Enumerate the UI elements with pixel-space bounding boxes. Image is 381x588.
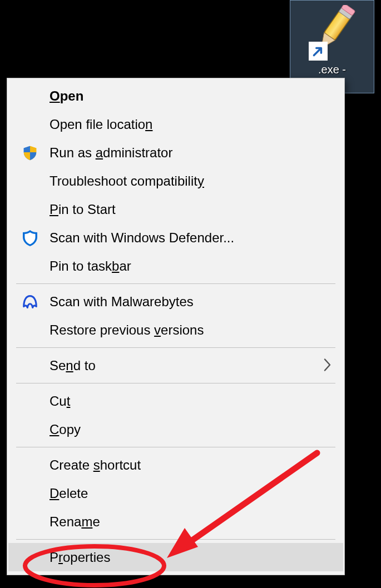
menu-item-label: Open: [50, 88, 343, 104]
menu-item-label: Scan with Malwarebytes: [50, 294, 343, 310]
blank-icon: [21, 115, 39, 134]
chevron-right-icon: [323, 355, 332, 376]
blank-icon: [21, 392, 39, 411]
blank-icon: [21, 420, 39, 439]
menu-item-properties[interactable]: Properties: [8, 543, 343, 571]
defender-icon: [21, 228, 39, 247]
menu-separator: [16, 539, 335, 540]
menu-item-label: Run as administrator: [50, 145, 343, 161]
blank-icon: [21, 548, 39, 567]
menu-item-malwarebytes[interactable]: Scan with Malwarebytes: [8, 287, 343, 316]
menu-item-label: Scan with Windows Defender...: [50, 230, 343, 246]
menu-separator: [16, 283, 335, 284]
menu-item-open-location[interactable]: Open file location: [8, 110, 343, 138]
menu-item-defender[interactable]: Scan with Windows Defender...: [8, 223, 343, 252]
menu-item-label: Troubleshoot compatibility: [50, 173, 343, 189]
menu-item-rename[interactable]: Rename: [8, 507, 343, 536]
menu-item-cut[interactable]: Cut: [8, 387, 343, 415]
menu-item-label: Pin to Start: [50, 202, 343, 217]
pencil-2d-icon: [304, 5, 360, 61]
malwarebytes-icon: [21, 292, 39, 311]
menu-item-label: Copy: [50, 422, 343, 437]
blank-icon: [21, 87, 39, 106]
menu-item-label: Send to: [50, 358, 343, 373]
menu-item-delete[interactable]: Delete: [8, 479, 343, 507]
menu-separator: [16, 447, 335, 447]
menu-item-restore-versions[interactable]: Restore previous versions: [8, 316, 343, 344]
menu-item-create-shortcut[interactable]: Create shortcut: [8, 451, 343, 479]
blank-icon: [21, 172, 39, 191]
menu-item-label: Open file location: [50, 117, 343, 132]
menu-separator: [16, 383, 335, 383]
menu-separator: [16, 347, 335, 348]
shortcut-arrow-icon: [309, 42, 328, 61]
blank-icon: [21, 321, 39, 340]
menu-item-send-to[interactable]: Send to: [8, 351, 343, 380]
blank-icon: [21, 356, 39, 375]
menu-item-pin-taskbar[interactable]: Pin to taskbar: [8, 252, 343, 280]
menu-item-label: Delete: [50, 486, 343, 501]
context-menu: OpenOpen file locationRun as administrat…: [7, 78, 345, 575]
menu-item-copy[interactable]: Copy: [8, 415, 343, 444]
menu-item-label: Properties: [50, 550, 343, 565]
menu-item-label: Cut: [50, 393, 343, 409]
menu-item-run-admin[interactable]: Run as administrator: [8, 138, 343, 167]
uac-icon: [21, 143, 39, 162]
blank-icon: [21, 257, 39, 276]
menu-item-pin-start[interactable]: Pin to Start: [8, 195, 343, 223]
menu-item-label: Rename: [50, 514, 343, 530]
blank-icon: [21, 456, 39, 475]
menu-item-open[interactable]: Open: [8, 82, 343, 110]
blank-icon: [21, 484, 39, 503]
blank-icon: [21, 200, 39, 219]
menu-item-label: Pin to taskbar: [50, 258, 343, 274]
blank-icon: [21, 512, 39, 531]
menu-item-label: Restore previous versions: [50, 322, 343, 338]
menu-item-troubleshoot[interactable]: Troubleshoot compatibility: [8, 167, 343, 195]
menu-item-label: Create shortcut: [50, 457, 343, 473]
